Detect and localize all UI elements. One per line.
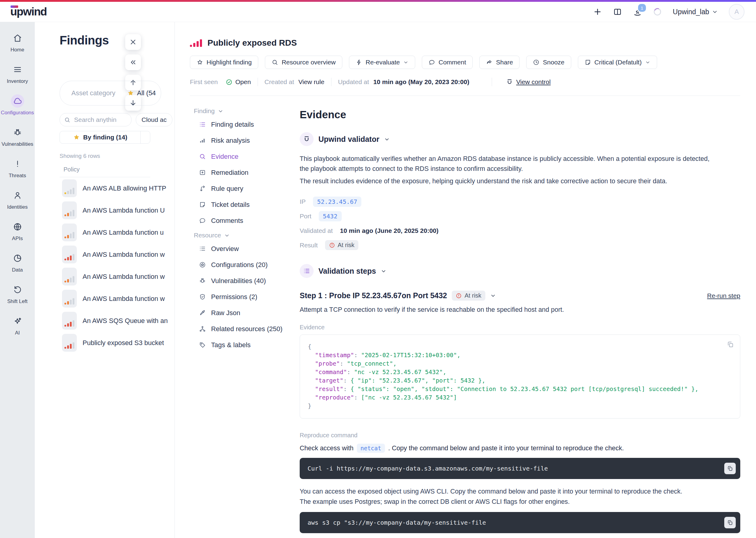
nav-item-related-resources-250[interactable]: Related resources (250) — [194, 321, 300, 337]
chevron-down-icon — [645, 60, 650, 65]
tab-by-finding[interactable]: By finding (14) — [60, 131, 140, 143]
finding-row[interactable]: An AWS Lambda function w — [60, 266, 175, 288]
sidebar-item-shift-left[interactable]: Shift Left — [0, 278, 35, 309]
sidebar-item-ai[interactable]: AI — [0, 309, 35, 341]
port-value-chip[interactable]: 5432 — [319, 211, 342, 221]
nav-item-evidence[interactable]: Evidence — [194, 148, 300, 165]
pie-icon — [11, 252, 24, 265]
netcat-chip[interactable]: netcat — [357, 444, 385, 453]
comment-button[interactable]: Comment — [422, 56, 473, 69]
copy-button[interactable] — [724, 463, 736, 474]
search-input[interactable] — [74, 116, 117, 124]
add-button[interactable] — [593, 7, 602, 16]
cloud-icon — [11, 94, 24, 108]
starcircle-icon — [199, 261, 206, 268]
finding-policy-text: An AWS Lambda function U — [82, 206, 165, 214]
nav-section-finding[interactable]: Finding — [194, 107, 300, 115]
notification-badge: 1 — [637, 3, 647, 13]
sidebar-item-label: Vulnerabilities — [2, 141, 33, 147]
severity-icon — [62, 268, 77, 286]
close-panel-button[interactable] — [125, 34, 141, 50]
nav-item-remediation[interactable]: Remediation — [194, 165, 300, 181]
nav-item-comments[interactable]: Comments — [194, 213, 300, 229]
check-circle-icon — [226, 79, 233, 85]
sidebar-item-home[interactable]: Home — [0, 26, 35, 58]
sidebar-item-label: APIs — [12, 236, 23, 242]
snooze-button[interactable]: Snooze — [526, 56, 571, 69]
finding-row[interactable]: An AWS Lambda function U — [60, 199, 175, 221]
finding-row[interactable]: An AWS ALB allowing HTTP — [60, 177, 175, 199]
nav-item-raw-json[interactable]: Raw Json — [194, 305, 300, 321]
severity-icon — [62, 179, 77, 197]
nav-item-permissions-2[interactable]: Permissions (2) — [194, 289, 300, 305]
evidence-heading: Evidence — [300, 109, 740, 121]
resource-overview-button[interactable]: Resource overview — [265, 56, 342, 69]
finding-row[interactable]: An AWS Lambda function w — [60, 243, 175, 266]
upwind-validator-section[interactable]: Upwind validator — [300, 132, 740, 146]
view-rule-link[interactable]: View rule — [298, 78, 324, 85]
inbox-icon — [199, 169, 206, 176]
nav-item-risk-analysis[interactable]: Risk analysis — [194, 133, 300, 148]
nav-section-resource[interactable]: Resource — [194, 232, 300, 239]
panels-icon[interactable] — [613, 7, 622, 16]
sidebar-item-apis[interactable]: APIs — [0, 215, 35, 246]
severity-icon — [62, 312, 77, 330]
workspace-switcher[interactable]: Upwind_lab — [673, 8, 718, 16]
nav-item-overview[interactable]: Overview — [194, 241, 300, 257]
ip-value-chip[interactable]: 52.23.45.67 — [313, 196, 361, 207]
created-at-label: Created at — [265, 78, 294, 85]
chat-icon — [428, 59, 435, 66]
critical-defatult-button[interactable]: Critical (Defatult) — [578, 56, 657, 69]
finding-row[interactable]: An AWS SQS Queue with an — [60, 310, 175, 332]
nav-item-tags-labels[interactable]: Tags & labels — [194, 337, 300, 353]
cloud-account-chip[interactable]: Cloud ac — [136, 113, 172, 127]
person-icon — [11, 189, 24, 202]
finding-row[interactable]: An AWS Lambda function u — [60, 221, 175, 243]
severity-icon — [62, 201, 77, 219]
code-line: { — [308, 343, 721, 351]
validated-at-field: Validated at 10 min ago (June 20, 2025 2… — [300, 226, 740, 236]
rerun-step-link[interactable]: Re-run step — [707, 292, 740, 299]
validation-steps-section[interactable]: Validation steps — [300, 264, 740, 278]
finding-row[interactable]: Publicly exposed S3 bucket — [60, 332, 175, 354]
highlight-finding-button[interactable]: Highlight finding — [190, 56, 258, 69]
star-icon — [73, 134, 80, 141]
bug-icon — [199, 277, 206, 284]
code-line: } — [308, 402, 721, 410]
chevron-down-icon — [384, 136, 390, 142]
sidebar-item-identities[interactable]: Identities — [0, 184, 35, 215]
onboarding-surfer-icon[interactable]: 1 — [633, 7, 642, 16]
sidebar-item-vulnerabilities[interactable]: Vulnerabilities — [0, 121, 35, 152]
share-button[interactable]: Share — [479, 56, 519, 69]
search-box[interactable] — [60, 113, 132, 127]
copy-icon[interactable] — [727, 341, 734, 348]
finding-policy-text: An AWS Lambda function w — [82, 295, 165, 303]
sidebar-item-inventory[interactable]: Inventory — [0, 58, 35, 89]
nav-item-vulnerabilities-40[interactable]: Vulnerabilities (40) — [194, 273, 300, 289]
finding-policy-text: An AWS ALB allowing HTTP — [82, 185, 166, 192]
evidence-content: Evidence Upwind validator This playbook … — [300, 96, 756, 533]
nav-item-rule-query[interactable]: Rule query — [194, 181, 300, 196]
asset-filter-selected[interactable]: All (54 — [127, 89, 156, 97]
upwind-logo[interactable]: upwind — [10, 2, 47, 22]
nav-item-configurations-20[interactable]: Configurations (20) — [194, 257, 300, 273]
chevron-down-icon[interactable] — [490, 293, 496, 298]
validation-steps-icon — [300, 264, 314, 278]
nav-item-ticket-details[interactable]: Ticket details — [194, 196, 300, 213]
re-evaluate-button[interactable]: Re-evaluate — [349, 56, 415, 69]
nav-item-finding-details[interactable]: Finding details — [194, 116, 300, 133]
copy-button[interactable] — [724, 517, 736, 528]
finding-row[interactable]: An AWS Lambda function w — [60, 288, 175, 310]
chevron-down-icon — [381, 268, 387, 274]
sidebar-item-data[interactable]: Data — [0, 246, 35, 278]
sidebar-item-threats[interactable]: Threats — [0, 152, 35, 184]
asset-category-filter[interactable]: All (54 — [60, 81, 161, 106]
sidebar-item-configurations[interactable]: Configurations — [0, 89, 35, 121]
rocket-icon — [199, 309, 206, 316]
view-control-link[interactable]: View control — [506, 78, 551, 85]
globe-icon — [11, 220, 24, 234]
collapse-panel-button[interactable] — [125, 54, 141, 70]
asset-category-input[interactable] — [71, 89, 117, 97]
usage-ring-icon[interactable] — [653, 7, 662, 16]
avatar[interactable]: A — [729, 4, 744, 20]
